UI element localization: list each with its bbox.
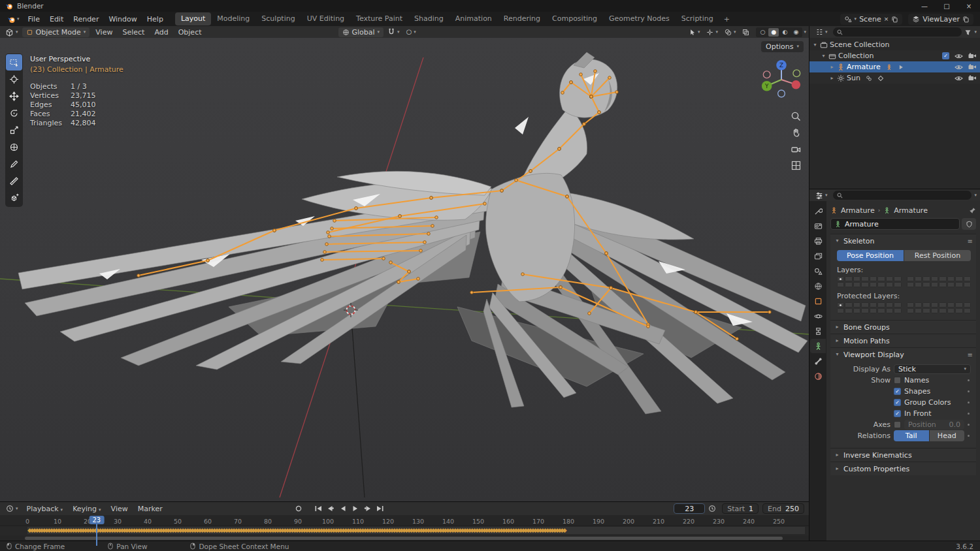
layer-toggle[interactable] bbox=[861, 276, 868, 281]
zoom-icon[interactable] bbox=[791, 111, 802, 122]
properties-tab-output[interactable] bbox=[810, 234, 826, 248]
preview-range-clock-button[interactable] bbox=[706, 503, 718, 514]
start-frame-field[interactable]: Start 1 bbox=[722, 503, 759, 514]
disclosure-icon[interactable]: ▾ bbox=[834, 352, 840, 357]
disclosure-icon[interactable]: ▸ bbox=[829, 65, 835, 70]
layer-toggle[interactable] bbox=[915, 282, 922, 287]
disclosure-icon[interactable]: ▸ bbox=[834, 452, 840, 458]
layer-toggle[interactable] bbox=[861, 308, 868, 313]
camera-toggle-icon[interactable] bbox=[968, 53, 977, 59]
collection-checkbox[interactable]: ✓ bbox=[942, 52, 949, 59]
layer-toggle[interactable] bbox=[915, 276, 922, 281]
disclosure-icon[interactable]: ▾ bbox=[834, 238, 840, 244]
layer-toggle[interactable] bbox=[931, 308, 938, 313]
gizmo-x-ball[interactable] bbox=[792, 80, 801, 89]
layer-toggle[interactable] bbox=[886, 308, 893, 313]
bird-mesh[interactable] bbox=[18, 52, 808, 414]
timeline-keyframe-strip[interactable]: ◆◆◆◆◆◆◆◆◆◆◆◆◆◆◆◆◆◆◆◆◆◆◆◆◆◆◆◆◆◆◆◆◆◆◆◆◆◆◆◆… bbox=[0, 526, 809, 535]
unlink-icon[interactable]: × bbox=[884, 16, 889, 22]
pin-icon[interactable] bbox=[969, 207, 976, 214]
checkbox-shapes[interactable]: ✓ bbox=[894, 388, 901, 395]
workspace-tab-shading[interactable]: Shading bbox=[408, 12, 449, 25]
tool-transform-button[interactable] bbox=[6, 139, 22, 155]
eye-toggle-icon[interactable] bbox=[955, 64, 963, 71]
layer-toggle[interactable] bbox=[939, 308, 946, 313]
play-button[interactable] bbox=[350, 503, 361, 514]
layer-toggle[interactable] bbox=[915, 302, 922, 307]
viewport-menu-object[interactable]: Object bbox=[174, 27, 206, 38]
layer-toggle[interactable] bbox=[907, 282, 914, 287]
layer-toggle[interactable] bbox=[870, 276, 877, 281]
layer-toggle[interactable] bbox=[845, 282, 852, 287]
current-frame-badge[interactable]: 23 bbox=[89, 516, 104, 524]
tool-select-box-button[interactable] bbox=[6, 54, 22, 71]
next-keyframe-button[interactable] bbox=[362, 503, 374, 514]
shading-wireframe-button[interactable]: ○ bbox=[757, 28, 768, 37]
timeline-scrollbar[interactable] bbox=[0, 535, 809, 541]
layer-toggle[interactable] bbox=[964, 276, 971, 281]
properties-tab-world[interactable] bbox=[810, 279, 826, 293]
workspace-tab-layout[interactable]: Layout bbox=[175, 12, 211, 25]
mode-dropdown[interactable]: Object Mode ▾ bbox=[22, 27, 90, 37]
layer-toggle[interactable] bbox=[964, 282, 971, 287]
animate-dot[interactable] bbox=[968, 379, 970, 381]
eye-toggle-icon[interactable] bbox=[955, 75, 963, 82]
layer-toggle[interactable] bbox=[877, 302, 885, 307]
fake-user-shield-button[interactable] bbox=[962, 218, 976, 230]
layer-toggle[interactable] bbox=[955, 282, 962, 287]
viewport-menu-view[interactable]: View bbox=[91, 27, 117, 38]
control-gizmos[interactable]: ▾ bbox=[704, 28, 721, 37]
layer-toggle[interactable] bbox=[845, 276, 852, 281]
properties-tab-bone[interactable] bbox=[810, 354, 826, 368]
panel-header[interactable]: ▸Inverse Kinematics bbox=[830, 449, 976, 462]
eye-toggle-icon[interactable] bbox=[955, 53, 963, 59]
workspace-tab-geometry-nodes[interactable]: Geometry Nodes bbox=[603, 12, 676, 25]
tool-scale-button[interactable] bbox=[6, 122, 22, 138]
properties-tab-texture[interactable] bbox=[810, 369, 826, 383]
navigation-gizmo[interactable]: Z Y bbox=[759, 57, 804, 102]
gizmo-z-label[interactable]: Z bbox=[779, 62, 783, 69]
layer-toggle[interactable] bbox=[886, 302, 893, 307]
viewport-canvas[interactable]: User Perspective (23) Collection | Armat… bbox=[0, 38, 809, 501]
workspace-tab-modeling[interactable]: Modeling bbox=[211, 12, 255, 25]
new-view-layer-icon[interactable] bbox=[962, 16, 970, 23]
workspace-tab-rendering[interactable]: Rendering bbox=[498, 12, 546, 25]
outliner-search-input[interactable] bbox=[833, 27, 962, 37]
new-scene-icon[interactable] bbox=[891, 16, 898, 23]
layer-toggle[interactable] bbox=[845, 302, 852, 307]
layer-toggle[interactable] bbox=[877, 282, 885, 287]
layer-toggle[interactable] bbox=[915, 308, 922, 313]
layer-toggle[interactable] bbox=[964, 308, 971, 313]
timeline-scrollbar-thumb[interactable] bbox=[25, 537, 783, 540]
layer-toggle[interactable] bbox=[923, 308, 930, 313]
timeline-ruler[interactable]: 23 0102030405060708090100110120130140150… bbox=[0, 515, 809, 526]
camera-toggle-icon[interactable] bbox=[968, 64, 977, 70]
workspace-tab-animation[interactable]: Animation bbox=[449, 12, 498, 25]
properties-tab-scene[interactable] bbox=[810, 264, 826, 278]
layer-toggle[interactable] bbox=[931, 276, 938, 281]
panel-header[interactable]: ▾ Viewport Display ≡ bbox=[830, 348, 976, 361]
layer-toggle[interactable] bbox=[947, 302, 955, 307]
properties-editor-type-button[interactable]: ▾ bbox=[813, 191, 830, 200]
tool-add-cube-button[interactable] bbox=[6, 190, 22, 206]
animate-dot[interactable] bbox=[968, 413, 970, 415]
tool-rotate-button[interactable] bbox=[6, 105, 22, 121]
layer-toggle[interactable] bbox=[964, 302, 971, 307]
display-as-dropdown[interactable]: Stick ▾ bbox=[894, 364, 971, 374]
layer-toggle[interactable] bbox=[923, 302, 930, 307]
prev-keyframe-button[interactable] bbox=[325, 503, 336, 514]
layer-toggle[interactable] bbox=[907, 308, 914, 313]
camera-toggle-icon[interactable] bbox=[968, 75, 977, 81]
workspace-tab-uv-editing[interactable]: UV Editing bbox=[301, 12, 350, 25]
animate-dot[interactable] bbox=[968, 390, 970, 392]
minimize-button[interactable]: — bbox=[913, 0, 936, 12]
transform-orientation-dropdown[interactable]: Global ▾ bbox=[338, 27, 384, 37]
disclosure-icon[interactable]: ▸ bbox=[834, 324, 840, 330]
jump-end-button[interactable] bbox=[374, 503, 386, 514]
layer-toggle[interactable] bbox=[923, 282, 930, 287]
blender-menu-button[interactable]: ▾ bbox=[4, 15, 23, 24]
animate-dot[interactable] bbox=[968, 424, 970, 426]
shading-material-button[interactable]: ◐ bbox=[779, 28, 790, 37]
shading-rendered-button[interactable]: ◉ bbox=[791, 28, 801, 37]
maximize-button[interactable]: □ bbox=[936, 0, 958, 12]
